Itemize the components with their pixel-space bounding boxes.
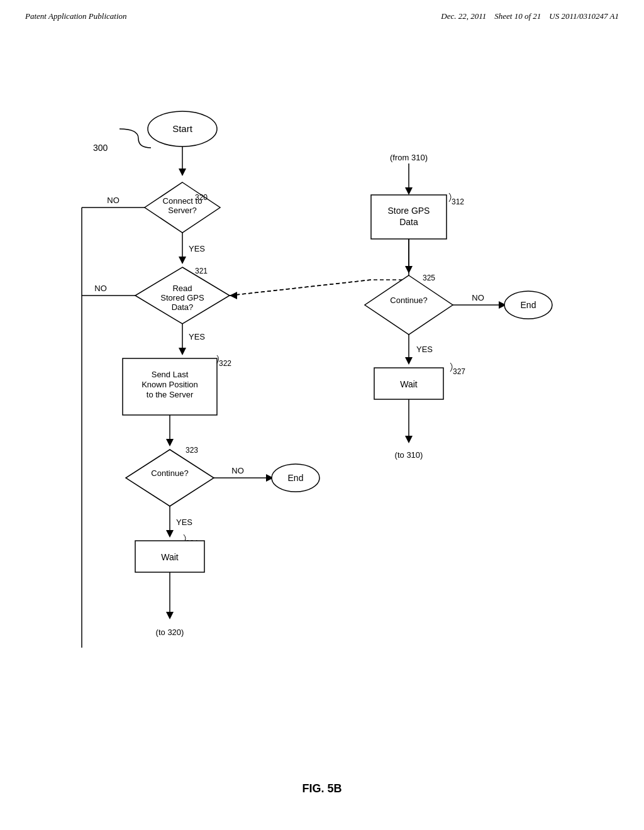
svg-marker-20 [166, 530, 174, 538]
fig-label: FIG. 5B [302, 782, 341, 795]
node320-text2: Server? [168, 206, 197, 215]
node324-text: Wait [161, 552, 179, 562]
no-320: NO [107, 196, 119, 205]
label-327: 327 [453, 367, 465, 376]
label-320: 320 [195, 193, 208, 202]
yes-325: YES [416, 345, 433, 354]
svg-line-29 [230, 280, 371, 296]
node322-text2: Known Position [142, 380, 198, 389]
node327-text: Wait [400, 379, 418, 389]
no-321: NO [94, 284, 107, 293]
node323-text: Continue? [151, 468, 188, 478]
label-322: 322 [219, 359, 231, 368]
svg-marker-34 [365, 275, 453, 335]
svg-marker-23 [166, 612, 174, 619]
label-323: 323 [186, 446, 198, 455]
from310-label: (from 310) [390, 153, 428, 162]
end1-label: End [288, 473, 304, 483]
label-325: 325 [423, 274, 435, 282]
svg-marker-39 [405, 357, 413, 365]
diagram: Start 300 Connect to Server? 320 NO YES … [0, 38, 644, 805]
to320-label: (to 320) [156, 628, 184, 637]
start-label: Start [172, 123, 193, 134]
page-header: Patent Application Publication Dec. 22, … [0, 0, 644, 21]
node325-text: Continue? [390, 296, 427, 305]
to310-label: (to 310) [395, 450, 423, 460]
svg-marker-7 [179, 257, 186, 264]
label-312: 312 [452, 197, 464, 206]
node321-text: Read [172, 284, 192, 293]
svg-marker-25 [405, 187, 413, 195]
node322-text3: to the Server [147, 390, 194, 399]
node312-text2: Data [399, 217, 418, 227]
node321-text3: Data? [172, 302, 194, 312]
end2-label: End [521, 300, 536, 310]
node322-text: Send Last [152, 370, 189, 379]
svg-marker-14 [166, 439, 174, 446]
label-300: 300 [93, 143, 108, 153]
svg-marker-31 [230, 292, 237, 299]
svg-marker-42 [405, 436, 413, 443]
svg-marker-33 [405, 266, 413, 274]
yes-321: YES [189, 332, 205, 341]
header-right: Dec. 22, 2011 Sheet 10 of 21 US 2011/031… [441, 11, 619, 21]
yes-323: YES [176, 517, 192, 527]
svg-marker-11 [179, 348, 186, 355]
no-323: NO [231, 466, 244, 475]
svg-marker-2 [179, 169, 186, 176]
label-321: 321 [195, 267, 208, 275]
header-left: Patent Application Publication [25, 11, 127, 21]
node321-text2: Stored GPS [160, 293, 204, 302]
yes-320: YES [189, 244, 205, 253]
node312-text: Store GPS [388, 206, 430, 216]
no-325: NO [472, 293, 484, 302]
svg-marker-15 [126, 450, 214, 506]
